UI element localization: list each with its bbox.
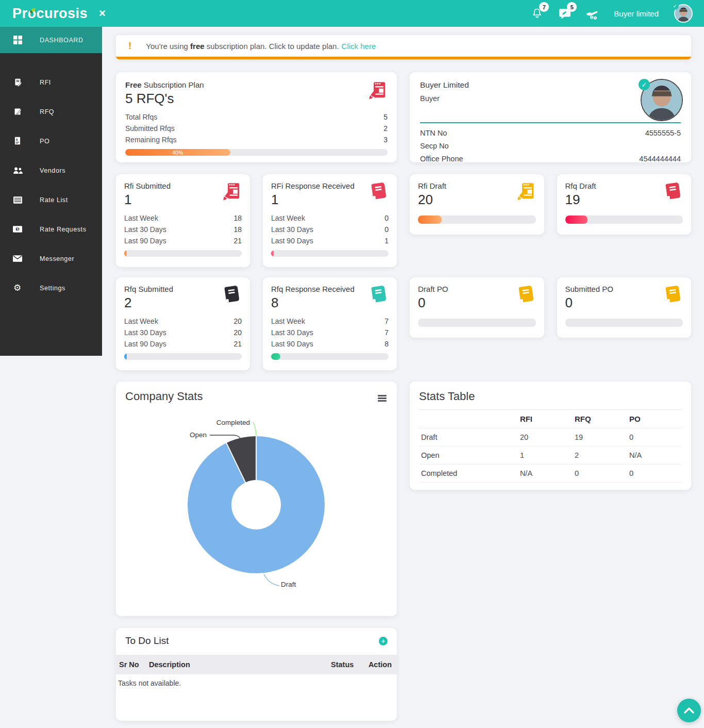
progress-bar [124, 250, 242, 257]
table-row: Completed N/A 0 0 [419, 465, 682, 483]
table-row: Draft 20 19 0 [419, 428, 682, 446]
app-logo: Procurosis [12, 6, 88, 22]
gear-icon: ⚙ [12, 283, 23, 293]
subscription-row: Total Rfqs5 [125, 111, 388, 123]
sidebar-item-po[interactable]: $ PO [0, 126, 102, 156]
book-icon [369, 181, 389, 201]
rfq-response-received-card: Rfq Response Received 8 Last Week7 Last … [263, 277, 397, 370]
subscription-headline: 5 RFQ's [125, 91, 204, 107]
sidebar-item-label: Rate List [40, 196, 68, 204]
sidebar-item-label: RFQ [40, 108, 54, 115]
note-pencil-icon [12, 107, 23, 116]
donut-chart[interactable] [188, 436, 325, 573]
document-pencil-icon [368, 80, 388, 100]
notifications-button[interactable]: 7 [529, 6, 545, 21]
stats-table: RFI RFQ PO Draft 20 19 0 [419, 409, 682, 483]
subscription-plan-card: Free Subscription Plan 5 RFQ's Total Rfq… [116, 72, 397, 162]
company-stats-title: Company Stats [125, 390, 397, 403]
invoice-icon: $ [12, 137, 23, 145]
notification-badge: 7 [539, 2, 549, 12]
sidebar-item-label: Messenger [40, 255, 74, 262]
chart-menu-icon[interactable] [378, 395, 387, 403]
company-stats-card: Company Stats Completed Open Draft [116, 382, 397, 616]
subscription-title: Free Subscription Plan [125, 80, 204, 89]
progress-bar [565, 319, 683, 327]
progress-bar [271, 353, 389, 360]
scroll-to-top-button[interactable] [677, 699, 701, 722]
donut-chart-area: Completed Open Draft [116, 404, 397, 608]
subscription-row: Submitted Rfqs2 [125, 123, 388, 134]
subscription-row: Remaining Rfqs3 [125, 134, 388, 145]
user-avatar[interactable]: ✓ [674, 4, 693, 23]
messages-button[interactable]: 5 [557, 6, 573, 21]
progress-bar [418, 319, 536, 327]
rfq-draft-card: Rfq Draft 19 [557, 174, 692, 235]
rfi-submitted-card: Rfi Submitted 1 Last Week18 Last 30 Days… [116, 174, 250, 267]
sidebar-item-label: DASHBOARD [40, 37, 83, 44]
book-icon [369, 285, 389, 304]
sidebar-item-label: PO [40, 138, 49, 145]
stats-table-card: Stats Table RFI RFQ PO D [410, 382, 691, 490]
pie-label-completed: Completed [193, 419, 250, 426]
add-task-button[interactable]: + [379, 637, 388, 646]
rfq-submitted-card: Rfq Submitted 2 Last Week20 Last 30 Days… [116, 277, 250, 370]
sidebar-item-label: Settings [40, 285, 65, 292]
todo-table-header: Sr No Description Status Action [116, 655, 397, 674]
sidebar-item-rfq[interactable]: RFQ [0, 97, 102, 126]
document-pencil-icon [222, 181, 242, 201]
stats-table-title: Stats Table [419, 390, 682, 403]
main-content: ! You're using free subscription plan. C… [102, 27, 704, 721]
user-name[interactable]: Buyer limited [614, 9, 659, 18]
buyer-profile-card: Buyer Limited Buyer ✓ [410, 72, 691, 162]
sidebar-item-vendors[interactable]: Vendors [0, 156, 102, 185]
sidebar-item-settings[interactable]: ⚙ Settings [0, 273, 102, 303]
progress-bar [124, 353, 242, 360]
progress-bar [271, 250, 389, 257]
book-icon [663, 285, 683, 304]
sidebar-item-dashboard[interactable]: DASHBOARD [0, 27, 102, 53]
rfi-draft-card: Rfi Draft 20 [410, 174, 544, 235]
table-row: Open 1 2 N/A [419, 446, 682, 465]
sidebar-item-rate-requests[interactable]: $ Rate Requests [0, 214, 102, 244]
payments-button[interactable]: $ $ [585, 6, 600, 21]
document-pencil-icon [12, 78, 23, 87]
subscription-alert-banner: ! You're using free subscription plan. C… [116, 35, 691, 59]
book-icon [663, 181, 683, 201]
message-badge: 5 [567, 2, 577, 12]
envelope-icon [12, 255, 23, 262]
rfi-response-received-card: RFi Response Received 1 Last Week0 Last … [263, 174, 397, 267]
pie-label-draft: Draft [281, 581, 296, 588]
exclamation-icon: ! [128, 40, 131, 52]
pie-label-open: Open [166, 431, 207, 439]
hand-coins-icon: $ $ [585, 6, 600, 21]
todo-list-card: To Do List + Sr No Description Status Ac… [116, 628, 397, 721]
sidebar-item-rate-list[interactable]: Rate List [0, 185, 102, 214]
banknote-icon: $ [12, 226, 23, 233]
sidebar-item-label: RFI [40, 79, 51, 86]
sidebar: DASHBOARD RFI RFQ $ PO Vendors [0, 27, 102, 356]
click-here-link[interactable]: Click here [342, 42, 376, 51]
progress-bar [565, 216, 683, 224]
todo-title: To Do List [125, 635, 169, 647]
sidebar-item-label: Rate Requests [40, 226, 86, 233]
verified-badge-icon: ✓ [639, 79, 650, 90]
submitted-po-card: Submitted PO 0 [557, 277, 692, 338]
top-header: Procurosis × 7 5 $ $ Bu [0, 0, 704, 27]
book-icon [222, 285, 242, 304]
alert-text: You're using free subscription plan. Cli… [146, 42, 376, 51]
list-icon [12, 196, 23, 204]
profile-avatar[interactable]: ✓ [641, 79, 683, 121]
sidebar-toggle-icon[interactable]: × [99, 8, 106, 19]
todo-empty-message: Tasks not available. [116, 674, 397, 692]
svg-text:$: $ [16, 138, 18, 141]
chevron-up-icon [684, 707, 694, 714]
grid-icon [12, 36, 23, 44]
sidebar-item-rfi[interactable]: RFI [0, 68, 102, 97]
sidebar-item-messenger[interactable]: Messenger [0, 244, 102, 273]
divider [420, 122, 681, 123]
people-icon [12, 167, 23, 175]
subscription-progress: 40% [125, 149, 388, 156]
document-pencil-icon [516, 181, 536, 201]
progress-bar [418, 216, 536, 224]
sidebar-item-label: Vendors [40, 167, 65, 174]
